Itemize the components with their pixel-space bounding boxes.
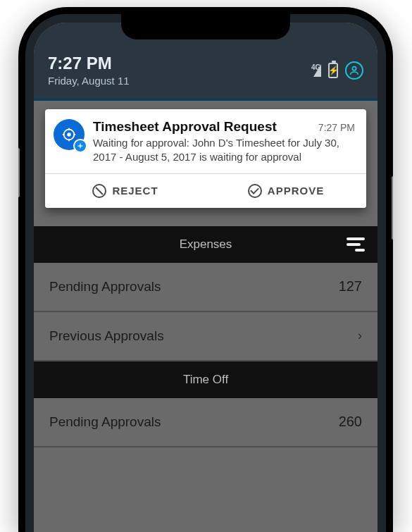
- approve-icon: [248, 184, 262, 198]
- chevron-right-icon: ›: [358, 328, 362, 343]
- notification-body: Timesheet Approval Request 7:27 PM Waiti…: [45, 109, 366, 173]
- notification-title: Timesheet Approval Request: [93, 119, 277, 135]
- row-label: Pending Approvals: [49, 414, 161, 430]
- row-label: Previous Approvals: [49, 328, 164, 344]
- row-count: 127: [339, 278, 362, 295]
- row-expenses-previous[interactable]: Previous Approvals ›: [34, 312, 377, 361]
- svg-point-2: [68, 133, 70, 136]
- section-header-timeoff: Time Off: [34, 361, 377, 398]
- notification-message: Waiting for approval: John D's Timesheet…: [93, 136, 355, 165]
- phone-notch: [121, 14, 290, 39]
- battery-glyph: ⚡: [328, 66, 339, 75]
- section-header-expenses: Expenses: [34, 226, 377, 263]
- app-icon: [54, 119, 85, 150]
- background-app: Expenses Pending Approvals 127 Previous …: [34, 226, 377, 447]
- notification-text: Timesheet Approval Request 7:27 PM Waiti…: [93, 119, 355, 165]
- section-header-timeoff-label: Time Off: [183, 373, 228, 387]
- signal-label: 4G: [311, 63, 320, 71]
- section-header-expenses-label: Expenses: [180, 237, 232, 252]
- reject-icon: [92, 184, 106, 198]
- approve-label: APPROVE: [268, 185, 324, 197]
- row-count: 260: [339, 414, 362, 430]
- clock-block: 7:27 PM Friday, August 11: [48, 54, 130, 87]
- row-label: Pending Approvals: [49, 279, 161, 295]
- row-expenses-pending[interactable]: Pending Approvals 127: [34, 263, 377, 312]
- approve-button[interactable]: APPROVE: [206, 174, 366, 208]
- status-time: 7:27 PM: [48, 54, 130, 73]
- filter-icon[interactable]: [347, 237, 365, 252]
- profile-icon[interactable]: [345, 61, 363, 80]
- status-icons: 4G ⚡: [313, 61, 363, 80]
- reject-label: REJECT: [112, 185, 158, 197]
- reject-button[interactable]: REJECT: [45, 174, 206, 208]
- phone-bezel: 7:27 PM Friday, August 11 4G ⚡: [25, 14, 386, 532]
- screen: 7:27 PM Friday, August 11 4G ⚡: [34, 23, 377, 532]
- notification-card[interactable]: Timesheet Approval Request 7:27 PM Waiti…: [45, 109, 366, 208]
- battery-icon: ⚡: [328, 63, 338, 78]
- phone-frame: 7:27 PM Friday, August 11 4G ⚡: [18, 7, 393, 532]
- app-icon-badge: [73, 139, 87, 153]
- notification-actions: REJECT APPROVE: [45, 173, 366, 208]
- notification-time: 7:27 PM: [318, 122, 355, 133]
- signal-icon: 4G: [313, 64, 321, 77]
- svg-point-0: [352, 66, 356, 70]
- status-date: Friday, August 11: [48, 75, 130, 87]
- row-timeoff-pending[interactable]: Pending Approvals 260: [34, 398, 377, 447]
